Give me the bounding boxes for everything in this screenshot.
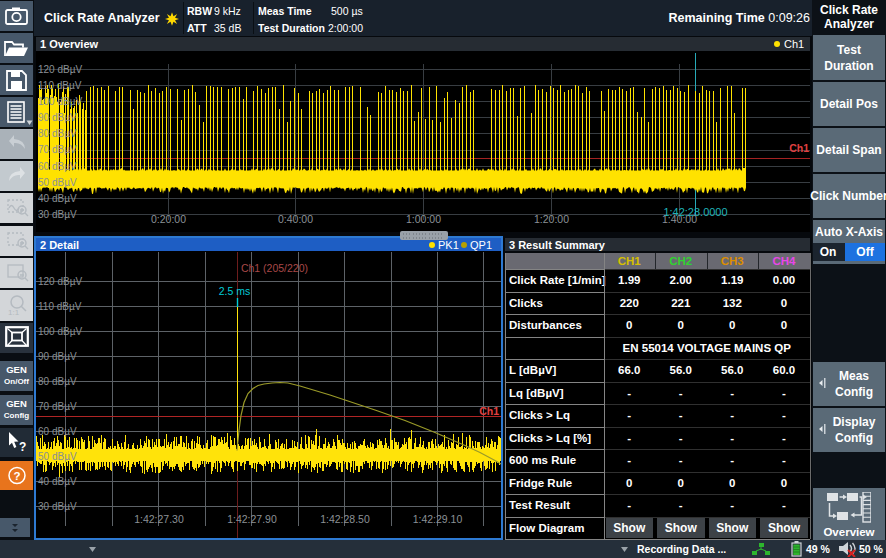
svg-text:70 dBµV: 70 dBµV xyxy=(38,401,77,412)
svg-text:50 dBµV: 50 dBµV xyxy=(38,451,77,462)
svg-text:90 dBµV: 90 dBµV xyxy=(38,112,77,123)
svg-text:Ch1: Ch1 xyxy=(789,142,809,154)
svg-text:40 dBµV: 40 dBµV xyxy=(38,476,77,487)
svg-text:1:42:28.0000: 1:42:28.0000 xyxy=(663,206,727,218)
svg-text:100 dBµV: 100 dBµV xyxy=(38,326,82,337)
svg-text:110 dBµV: 110 dBµV xyxy=(38,80,82,91)
svg-text:2.5 ms: 2.5 ms xyxy=(219,285,251,297)
svg-text:110 dBµV: 110 dBµV xyxy=(38,301,82,312)
svg-text:Ch1: Ch1 xyxy=(479,404,499,416)
svg-text:0:20:00: 0:20:00 xyxy=(151,213,186,225)
svg-text:1:42:27.30: 1:42:27.30 xyxy=(134,513,184,525)
svg-text:120 dBµV: 120 dBµV xyxy=(38,276,82,287)
svg-text:120 dBµV: 120 dBµV xyxy=(38,64,82,75)
svg-text:1:42:28.50: 1:42:28.50 xyxy=(320,513,370,525)
svg-text:60 dBµV: 60 dBµV xyxy=(38,426,77,437)
svg-text:30 dBµV: 30 dBµV xyxy=(38,501,77,512)
svg-text:50 dBµV: 50 dBµV xyxy=(38,177,77,188)
svg-text:70 dBµV: 70 dBµV xyxy=(38,144,77,155)
svg-text:0:40:00: 0:40:00 xyxy=(278,213,313,225)
svg-text:60 dBµV: 60 dBµV xyxy=(38,161,77,172)
svg-text:1:42:29.10: 1:42:29.10 xyxy=(413,513,463,525)
svg-text:80 dBµV: 80 dBµV xyxy=(38,128,77,139)
svg-text:90 dBµV: 90 dBµV xyxy=(38,351,77,362)
svg-text:1:42:27.90: 1:42:27.90 xyxy=(227,513,277,525)
svg-text:Ch1 (205/220): Ch1 (205/220) xyxy=(241,262,308,274)
svg-text:80 dBµV: 80 dBµV xyxy=(38,376,77,387)
svg-text:?: ? xyxy=(19,440,26,454)
svg-text:100 dBµV: 100 dBµV xyxy=(38,96,82,107)
svg-text:?: ? xyxy=(13,470,20,482)
svg-text:1:00:00: 1:00:00 xyxy=(406,213,441,225)
svg-text:40 dBµV: 40 dBµV xyxy=(38,193,77,204)
svg-text:1:1: 1:1 xyxy=(8,308,20,317)
svg-text:30 dBµV: 30 dBµV xyxy=(38,209,77,220)
svg-text:1:20:00: 1:20:00 xyxy=(534,213,569,225)
